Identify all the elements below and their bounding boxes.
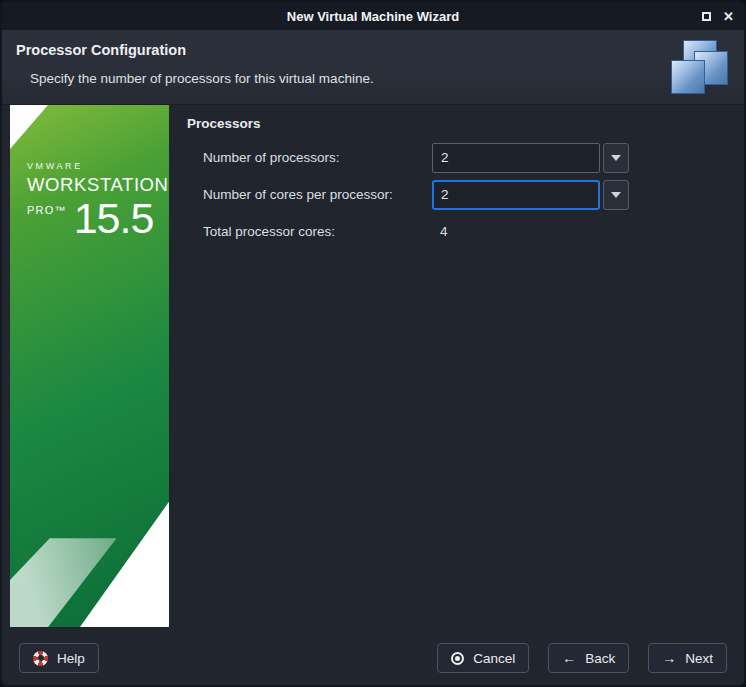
row-cores-per-processor: Number of cores per processor: 2 — [203, 176, 744, 213]
page-title: Processor Configuration — [16, 42, 186, 58]
wizard-footer: Help Cancel ← Back → Next — [2, 631, 744, 685]
arrow-left-icon: ← — [562, 651, 576, 665]
top-corner-triangle — [10, 105, 48, 149]
cancel-circle-icon — [451, 652, 464, 665]
arrow-right-icon: → — [662, 651, 676, 665]
processors-dropdown: 2 — [432, 143, 629, 173]
back-button-label: Back — [585, 651, 615, 666]
life-buoy-icon — [33, 651, 48, 666]
chevron-down-icon — [611, 192, 621, 198]
label-number-of-processors: Number of processors: — [203, 150, 432, 165]
window-title: New Virtual Machine Wizard — [287, 9, 459, 24]
titlebar[interactable]: New Virtual Machine Wizard ✕ — [2, 2, 744, 30]
chevron-down-icon — [611, 155, 621, 161]
processors-dropdown-value[interactable]: 2 — [432, 143, 600, 173]
new-vm-wizard-window: New Virtual Machine Wizard ✕ Processor C… — [0, 0, 746, 687]
cores-dropdown-value[interactable]: 2 — [432, 180, 600, 210]
row-total-cores: Total processor cores: 4 — [203, 213, 744, 250]
overlapping-windows-icon — [671, 40, 729, 100]
maximize-icon[interactable] — [702, 12, 711, 21]
brand-workstation: WORKSTATION — [27, 174, 169, 196]
cancel-button-label: Cancel — [473, 651, 515, 666]
vmware-brand-text: VMWARE WORKSTATION PRO™ 15.5 — [27, 161, 169, 239]
next-button-label: Next — [685, 651, 713, 666]
cancel-button[interactable]: Cancel — [437, 643, 529, 673]
label-total-cores: Total processor cores: — [203, 224, 432, 239]
total-cores-value: 4 — [432, 224, 448, 239]
page-subtitle: Specify the number of processors for thi… — [30, 71, 374, 86]
next-button[interactable]: → Next — [648, 643, 727, 673]
group-title-processors: Processors — [187, 116, 744, 131]
processors-dropdown-button[interactable] — [603, 143, 629, 173]
cores-dropdown-button[interactable] — [603, 180, 629, 210]
window-square-front — [671, 60, 705, 94]
row-number-of-processors: Number of processors: 2 — [203, 139, 744, 176]
help-button[interactable]: Help — [19, 643, 99, 673]
brand-vmware: VMWARE — [27, 161, 169, 171]
brand-pro: PRO™ — [27, 204, 67, 216]
brand-version: 15.5 — [74, 198, 154, 239]
vmware-brand-sidebar: VMWARE WORKSTATION PRO™ 15.5 — [10, 105, 169, 627]
wizard-header: Processor Configuration Specify the numb… — [2, 30, 744, 105]
window-controls: ✕ — [702, 2, 734, 30]
label-cores-per-processor: Number of cores per processor: — [203, 187, 432, 202]
close-icon[interactable]: ✕ — [723, 10, 734, 23]
back-button[interactable]: ← Back — [548, 643, 629, 673]
wizard-body: VMWARE WORKSTATION PRO™ 15.5 Processors … — [2, 105, 744, 633]
processor-form: Processors Number of processors: 2 Numbe… — [177, 105, 744, 633]
help-button-label: Help — [57, 651, 85, 666]
cores-dropdown: 2 — [432, 180, 629, 210]
